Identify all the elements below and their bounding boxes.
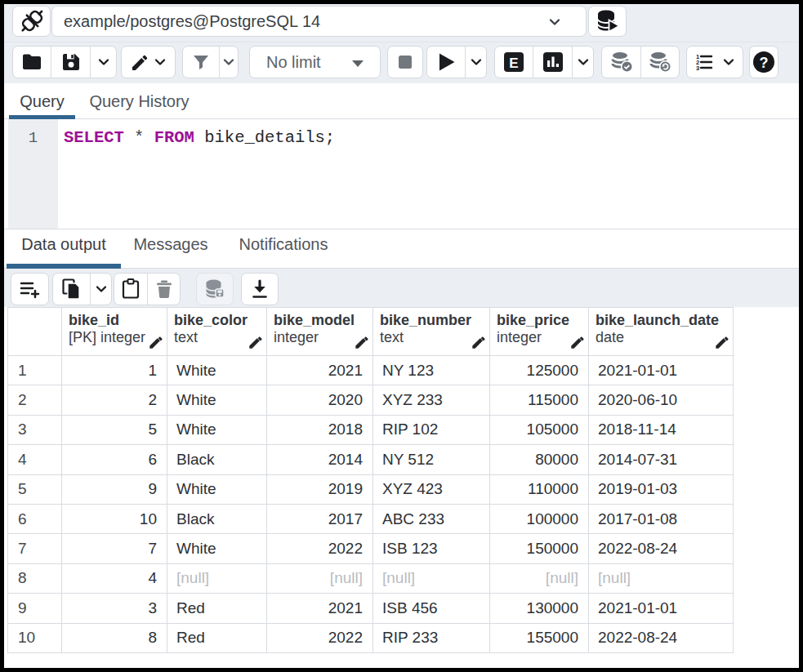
svg-text:3: 3 xyxy=(696,65,699,72)
svg-text:E: E xyxy=(509,56,518,71)
svg-text:?: ? xyxy=(760,55,769,71)
